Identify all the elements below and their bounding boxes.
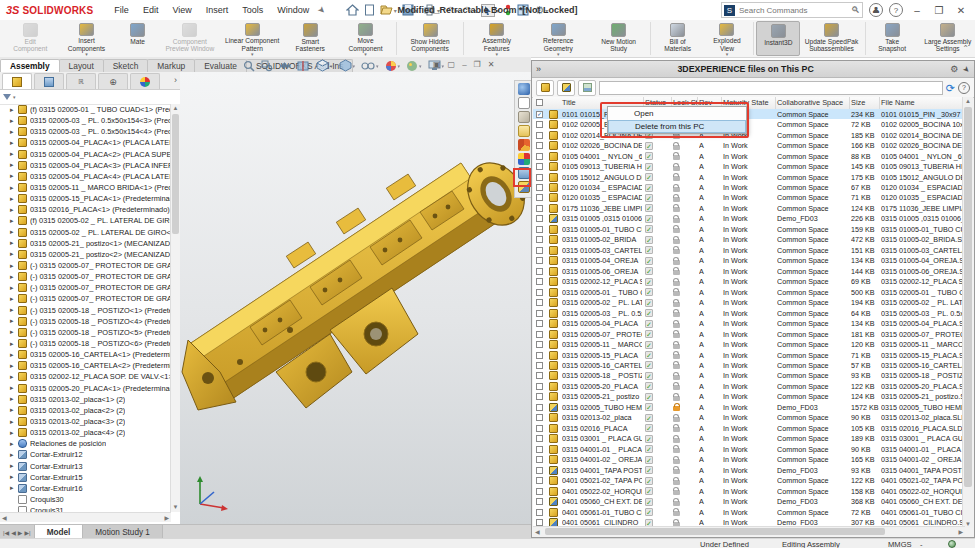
file-row[interactable]: 0315 01005-04_OREJA✓AIn WorkCommon Space…	[533, 256, 965, 266]
expand-arrow-icon[interactable]: ▸	[10, 418, 18, 426]
expand-arrow-icon[interactable]: ▸	[10, 161, 18, 169]
column-divider[interactable]	[849, 97, 850, 109]
row-checkbox[interactable]	[536, 435, 543, 442]
row-checkbox[interactable]	[536, 372, 543, 379]
column-divider[interactable]	[879, 97, 880, 109]
file-row[interactable]: 0315 02005-03 _ PL. 0.5x50x...✓AIn WorkC…	[533, 308, 965, 318]
scrollbar-thumb[interactable]	[172, 114, 179, 234]
home-icon[interactable]	[518, 97, 530, 109]
file-row[interactable]: 0315 02005-01 _ TUBO CUAD✓AIn WorkCommon…	[533, 287, 965, 297]
tree-item[interactable]: ▸0315 02005-20_PLACA<1> (Predeterminado)	[0, 383, 171, 394]
instant3d-button[interactable]: Instant3D	[756, 21, 800, 56]
print-button[interactable]: ▾	[421, 3, 442, 17]
mate-button[interactable]: Mate	[117, 21, 159, 56]
row-checkbox[interactable]	[536, 153, 543, 160]
expand-arrow-icon[interactable]: ▸	[10, 206, 18, 214]
redo-button[interactable]: ↷▾	[461, 3, 478, 18]
expand-arrow-icon[interactable]: ▸	[10, 284, 18, 292]
row-checkbox[interactable]	[536, 425, 543, 432]
row-checkbox[interactable]	[536, 498, 543, 505]
status-[interactable]: -	[920, 540, 923, 548]
dropdown-caret-icon[interactable]: ▾	[437, 7, 440, 14]
expand-arrow-icon[interactable]: ▸	[10, 351, 18, 359]
column-divider[interactable]	[775, 97, 776, 109]
display-style-icon[interactable]: ▾	[339, 59, 356, 72]
expand-arrow-icon[interactable]: ▸	[10, 484, 18, 492]
dropdown-caret-icon[interactable]: ▾	[419, 63, 422, 69]
row-checkbox[interactable]	[536, 393, 543, 400]
file-row[interactable]: 0315 02005-02 _ PL. LATERAL...✓AIn WorkC…	[533, 297, 965, 307]
file-row[interactable]: 0315 04001_TAPA POSTERIOR✓AIn WorkDemo_F…	[533, 465, 965, 475]
expand-arrow-icon[interactable]: ▸	[10, 406, 18, 414]
file-explorer-icon[interactable]	[518, 125, 530, 137]
expand-arrow-icon[interactable]: ▸	[10, 384, 18, 392]
context-menu-item-open[interactable]: Open	[608, 107, 746, 120]
row-checkbox[interactable]	[536, 467, 543, 474]
assembly-features-button[interactable]: Assembly Features▾	[466, 21, 527, 56]
tab-dimxpertmanager[interactable]: ⊕	[98, 73, 128, 89]
custom-properties-icon[interactable]	[518, 153, 530, 165]
dropdown-caret-icon[interactable]: ▾	[85, 52, 88, 56]
expand-arrow-icon[interactable]: ▸	[10, 172, 18, 180]
edit-component-button[interactable]: Edit Component	[4, 21, 56, 56]
file-row[interactable]: 0102 02005_BOCINA 10x20x30✓AIn WorkCommo…	[533, 119, 965, 129]
expand-arrow-icon[interactable]: ▸	[10, 473, 18, 481]
expand-arrow-icon[interactable]: ▸	[10, 395, 18, 403]
scroll-left-icon[interactable]: ◀	[2, 514, 7, 521]
expand-arrow-icon[interactable]: ▸	[10, 262, 18, 270]
more-tabs-icon[interactable]: ›	[174, 75, 177, 85]
show-hidden-components-button[interactable]: Show Hidden Components	[399, 21, 461, 56]
column-header-file-name[interactable]: File Name	[881, 98, 915, 107]
tab-evaluate[interactable]: Evaluate	[194, 59, 247, 72]
expand-arrow-icon[interactable]: ▸	[10, 139, 18, 147]
tree-item[interactable]: ▸(-) 0315 02005-18 _ POSTIZO<6> (Predete…	[0, 338, 171, 349]
row-checkbox[interactable]	[536, 488, 543, 495]
help-icon[interactable]: ?	[889, 3, 903, 17]
row-checkbox[interactable]	[536, 121, 543, 128]
row-checkbox[interactable]	[536, 247, 543, 254]
tree-item[interactable]: ▸Cortar-Extruir13	[0, 461, 171, 472]
grid-vertical-scrollbar[interactable]: ▲ ▼	[962, 97, 973, 528]
tree-item[interactable]: ▸(-) 0315 02005-07_ PROTECTOR DE GRASERA…	[0, 293, 171, 304]
scroll-right-icon[interactable]: ▶	[958, 528, 963, 535]
tree-item[interactable]: ▸0315 02013-02_placa<3> (2)	[0, 416, 171, 427]
menu-tools[interactable]: Tools	[235, 2, 270, 18]
user-login-icon[interactable]: 👤︎	[869, 3, 883, 17]
panel-help-icon[interactable]: ?	[958, 82, 970, 94]
file-row[interactable]: 0102 02026_BOCINA DE BR...✓AIn WorkCommo…	[533, 140, 965, 150]
menu-edit[interactable]: Edit	[136, 2, 166, 18]
tree-item[interactable]: ▸0315 02013-02_placa<1> (2)	[0, 394, 171, 405]
row-checkbox[interactable]	[536, 184, 543, 191]
new-motion-study-button[interactable]: New Motion Study	[590, 21, 648, 56]
row-checkbox[interactable]	[536, 299, 543, 306]
row-checkbox[interactable]	[536, 132, 543, 139]
row-checkbox[interactable]	[536, 289, 543, 296]
dropdown-caret-icon[interactable]: ▾	[394, 7, 397, 14]
dropdown-caret-icon[interactable]: ▾	[545, 7, 548, 14]
file-row[interactable]: 0315 04001-02 _ OREJA INTE...✓AIn WorkCo…	[533, 454, 965, 464]
file-row[interactable]: 0315 02005-15_PLACA✓AIn WorkCommon Space…	[533, 350, 965, 360]
expand-arrow-icon[interactable]: ▸	[10, 451, 18, 459]
edit-appearance-icon[interactable]: ▾	[385, 60, 401, 72]
row-checkbox[interactable]	[536, 519, 543, 526]
file-row[interactable]: 0315 02005-18 _ POSTIZO✓AIn WorkCommon S…	[533, 371, 965, 381]
dropdown-caret-icon[interactable]: ▾	[415, 7, 418, 14]
menu-file[interactable]: File	[107, 2, 136, 18]
file-row[interactable]: 0105 09013_TUBERIA HIDRA...✓AIn WorkComm…	[533, 161, 965, 171]
tree-item[interactable]: ▸(-) 0315 02005-18 _ POSTIZO<5> (Predete…	[0, 327, 171, 338]
filter-caret-icon[interactable]: ▾	[13, 94, 16, 100]
file-row[interactable]: 0315 02002-12_PLACA SOP. ...✓AIn WorkCom…	[533, 277, 965, 287]
menu-view[interactable]: View	[165, 2, 198, 18]
row-checkbox[interactable]	[536, 226, 543, 233]
file-row[interactable]: 0315 02005-16_CARTELA✓AIn WorkCommon Spa…	[533, 360, 965, 370]
update-speedpak-subassemblies-button[interactable]: Update SpeedPak Subassemblies	[800, 21, 862, 56]
tree-item[interactable]: ▸0315 02002-12_PLACA SOP. DE VALV.<1> (P…	[0, 371, 171, 382]
menu-insert[interactable]: Insert	[199, 2, 236, 18]
tree-item[interactable]: ▸0315 02005-02 _ PL. LATERAL DE GIRO<2> …	[0, 227, 171, 238]
file-row[interactable]: 0120 01034 _ ESPACIADOR ...✓AIn WorkComm…	[533, 182, 965, 192]
expand-arrow-icon[interactable]: ▸	[10, 295, 18, 303]
insert-components-button[interactable]: Insert Components▾	[56, 21, 116, 56]
status-globe-icon[interactable]	[948, 540, 956, 548]
tree-item[interactable]: ▸0315 02005-21_ postizo<1> (MECANIZADO)	[0, 238, 171, 249]
column-header-collaborative-space[interactable]: Collaborative Space	[777, 98, 843, 107]
